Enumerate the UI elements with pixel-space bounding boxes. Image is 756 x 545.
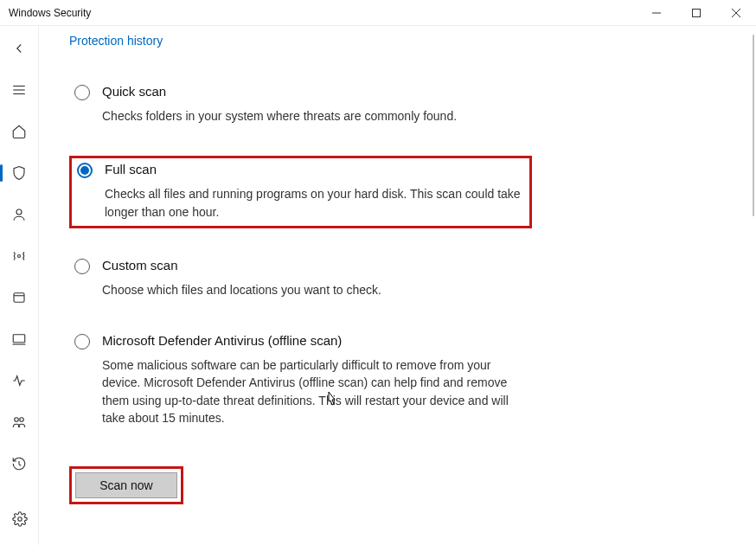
window-title: Windows Security: [9, 7, 91, 19]
svg-rect-11: [13, 335, 25, 343]
svg-point-13: [15, 418, 19, 422]
titlebar: Windows Security: [0, 0, 756, 26]
svg-rect-1: [693, 9, 701, 16]
option-title: Custom scan: [102, 258, 527, 272]
svg-line-16: [19, 465, 21, 466]
svg-point-8: [18, 255, 21, 258]
option-desc: Choose which files and locations you wan…: [102, 281, 527, 298]
radio-icon[interactable]: [74, 85, 90, 100]
option-desc: Checks folders in your system where thre…: [102, 107, 527, 125]
scan-options: Quick scan Checks folders in your system…: [69, 80, 532, 432]
offline-scan-option[interactable]: Microsoft Defender Antivirus (offline sc…: [69, 330, 532, 432]
performance-icon[interactable]: [0, 369, 39, 393]
settings-icon[interactable]: [0, 507, 39, 531]
option-desc: Checks all files and running programs on…: [105, 185, 524, 221]
option-desc: Some malicious software can be particula…: [102, 356, 527, 426]
scan-now-button[interactable]: Scan now: [75, 472, 177, 498]
firewall-icon[interactable]: [0, 244, 39, 268]
svg-rect-9: [14, 293, 24, 303]
back-icon[interactable]: [0, 36, 39, 61]
svg-point-7: [16, 209, 22, 215]
maximize-button[interactable]: [676, 0, 716, 26]
quick-scan-option[interactable]: Quick scan Checks folders in your system…: [69, 80, 532, 130]
svg-point-17: [17, 517, 22, 522]
radio-icon[interactable]: [74, 259, 90, 274]
app-browser-icon[interactable]: [0, 285, 39, 310]
sidebar: [0, 26, 39, 545]
history-icon[interactable]: [0, 452, 39, 476]
option-title: Quick scan: [102, 84, 527, 99]
custom-scan-option[interactable]: Custom scan Choose which files and locat…: [69, 254, 532, 304]
scrollbar[interactable]: [753, 35, 754, 216]
protection-history-link[interactable]: Protection history: [69, 34, 163, 48]
window-buttons: [637, 0, 756, 26]
full-scan-option[interactable]: Full scan Checks all files and running p…: [69, 156, 532, 228]
option-title: Microsoft Defender Antivirus (offline sc…: [102, 333, 527, 348]
minimize-button[interactable]: [637, 0, 676, 26]
scan-now-highlight: Scan now: [69, 466, 183, 504]
device-icon[interactable]: [0, 327, 39, 351]
radio-icon[interactable]: [74, 334, 90, 349]
option-title: Full scan: [105, 162, 524, 176]
hamburger-icon[interactable]: [0, 78, 39, 102]
close-button[interactable]: [716, 0, 756, 26]
shield-icon[interactable]: [0, 161, 39, 185]
home-icon[interactable]: [0, 119, 39, 144]
radio-icon[interactable]: [77, 163, 93, 178]
family-icon[interactable]: [0, 410, 39, 434]
account-icon[interactable]: [0, 202, 39, 227]
svg-point-14: [20, 418, 24, 422]
content-area: Protection history Quick scan Checks fol…: [39, 26, 756, 545]
